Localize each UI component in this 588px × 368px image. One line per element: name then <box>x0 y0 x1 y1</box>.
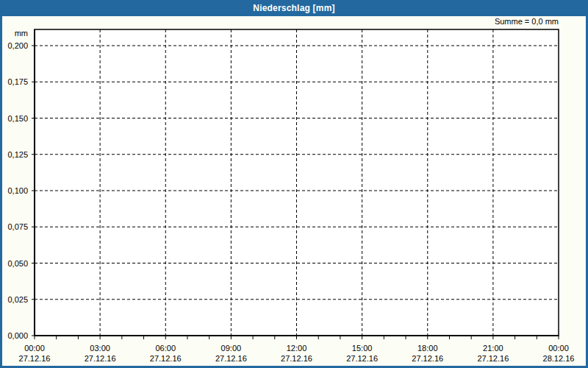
window-border-left <box>0 16 2 368</box>
x-tick-date-label: 27.12.16 <box>19 354 51 363</box>
y-tick-label: 0,175 <box>7 77 28 86</box>
window-title: Niederschlag [mm] <box>253 3 334 13</box>
x-tick-date-label: 28.12.16 <box>543 354 575 363</box>
x-tick-time-label: 03:00 <box>90 344 110 353</box>
x-tick-date-label: 27.12.16 <box>346 354 378 363</box>
x-tick-time-label: 00:00 <box>24 344 45 353</box>
x-tick-time-label: 00:00 <box>548 344 569 353</box>
x-tick-time-label: 12:00 <box>287 344 307 353</box>
x-tick-time-label: 15:00 <box>352 344 373 353</box>
x-tick-time-label: 09:00 <box>221 344 242 353</box>
x-tick-date-label: 27.12.16 <box>85 354 116 363</box>
y-tick-label: 0,050 <box>7 259 28 268</box>
y-tick-label: 0,000 <box>7 331 28 340</box>
y-tick-label: 0,200 <box>7 41 28 50</box>
sum-label: Summe = 0,0 mm <box>495 17 559 26</box>
y-tick-label: 0,150 <box>7 114 28 123</box>
chart-window: 0,0000,0250,0500,0750,1000,1250,1500,175… <box>0 0 588 368</box>
y-tick-label: 0,025 <box>7 295 28 304</box>
y-axis-unit-label: mm <box>15 29 28 38</box>
y-tick-label: 0,125 <box>7 150 28 159</box>
y-tick-label: 0,100 <box>7 186 28 195</box>
x-tick-date-label: 27.12.16 <box>477 354 509 363</box>
x-tick-date-label: 27.12.16 <box>412 354 443 363</box>
x-tick-time-label: 18:00 <box>417 344 438 353</box>
x-tick-time-label: 21:00 <box>483 344 503 353</box>
precipitation-chart: 0,0000,0250,0500,0750,1000,1250,1500,175… <box>0 0 588 368</box>
x-tick-time-label: 06:00 <box>155 344 176 353</box>
x-tick-date-label: 27.12.16 <box>281 354 312 363</box>
x-tick-date-label: 27.12.16 <box>150 354 182 363</box>
x-tick-date-label: 27.12.16 <box>215 354 247 363</box>
y-tick-label: 0,075 <box>7 222 28 231</box>
window-titlebar: Niederschlag [mm] <box>0 0 588 16</box>
